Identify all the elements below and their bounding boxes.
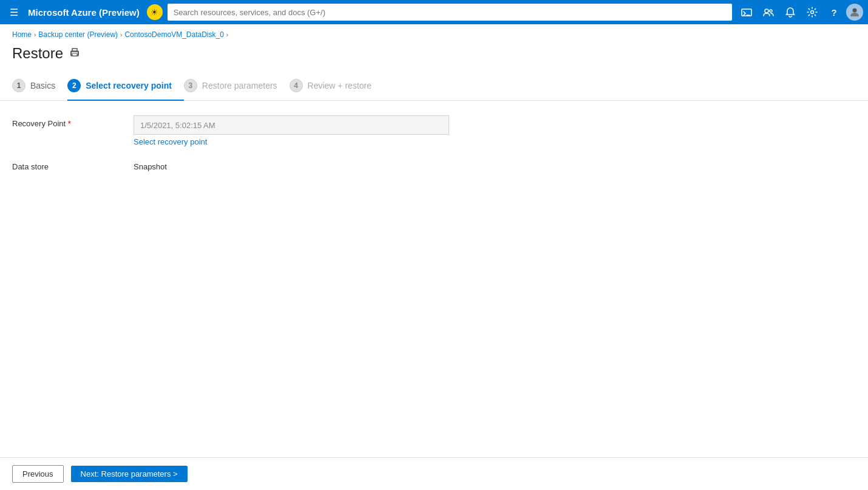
hamburger-menu[interactable]: ☰: [5, 4, 23, 21]
select-recovery-point-link[interactable]: Select recovery point: [134, 137, 449, 146]
recovery-point-input[interactable]: 1/5/2021, 5:02:15 AM: [134, 115, 449, 135]
settings-icon[interactable]: [802, 2, 822, 22]
tab-number-basics: 1: [12, 79, 25, 92]
recovery-point-label: Recovery Point *: [12, 115, 134, 128]
tab-review-restore[interactable]: 4 Review + restore: [290, 72, 384, 101]
recovery-point-value: 1/5/2021, 5:02:15 AM: [140, 121, 215, 130]
data-store-value: Snapshot: [134, 158, 449, 171]
data-store-row: Data store Snapshot: [12, 158, 856, 171]
breadcrumb-sep-2: ›: [120, 32, 122, 38]
svg-rect-7: [72, 53, 77, 56]
tab-label-review: Review + restore: [308, 81, 371, 90]
tab-number-review: 4: [290, 79, 303, 92]
tab-restore-parameters[interactable]: 3 Restore parameters: [184, 72, 290, 101]
breadcrumb-disk[interactable]: ContosoDemoVM_DataDisk_0: [124, 30, 223, 39]
topbar-action-icons: ?: [737, 2, 863, 22]
breadcrumb: Home › Backup center (Preview) › Contoso…: [0, 24, 868, 43]
tab-label-basics: Basics: [30, 81, 55, 90]
notifications-icon[interactable]: [781, 2, 800, 22]
data-store-label: Data store: [12, 158, 134, 171]
topbar: ☰ Microsoft Azure (Preview) ☀ ?: [0, 0, 868, 24]
tab-label-restore: Restore parameters: [202, 81, 277, 90]
directory-icon[interactable]: [759, 2, 778, 22]
breadcrumb-sep-1: ›: [34, 32, 36, 38]
sun-icon: ☀: [151, 7, 158, 17]
next-button[interactable]: Next: Restore parameters >: [71, 466, 188, 482]
svg-point-4: [811, 11, 814, 14]
tab-label-recovery: Select recovery point: [86, 81, 172, 90]
svg-point-3: [770, 10, 772, 12]
cloud-shell-icon[interactable]: [737, 2, 756, 22]
page-title: Restore: [12, 45, 63, 62]
print-icon[interactable]: [69, 47, 80, 60]
tab-number-restore: 3: [184, 79, 197, 92]
search-input[interactable]: [168, 4, 732, 21]
breadcrumb-sep-3: ›: [226, 32, 228, 38]
app-title: Microsoft Azure (Preview): [28, 7, 140, 18]
previous-button[interactable]: Previous: [12, 465, 64, 483]
page-title-row: Restore: [0, 43, 868, 72]
tab-number-recovery: 2: [67, 79, 81, 92]
user-avatar[interactable]: [846, 4, 863, 21]
recovery-point-row: Recovery Point * 1/5/2021, 5:02:15 AM Se…: [12, 115, 856, 146]
data-store-field: Snapshot: [134, 158, 449, 171]
recovery-point-field: 1/5/2021, 5:02:15 AM Select recovery poi…: [134, 115, 449, 146]
help-icon[interactable]: ?: [824, 2, 844, 22]
tab-basics[interactable]: 1 Basics: [12, 72, 67, 101]
form-area: Recovery Point * 1/5/2021, 5:02:15 AM Se…: [0, 101, 868, 457]
breadcrumb-home[interactable]: Home: [12, 30, 32, 39]
main-content: 1 Basics 2 Select recovery point 3 Resto…: [0, 72, 868, 457]
azure-badge[interactable]: ☀: [147, 4, 163, 20]
tab-select-recovery-point[interactable]: 2 Select recovery point: [67, 72, 184, 101]
breadcrumb-backup-center[interactable]: Backup center (Preview): [38, 30, 118, 39]
footer: Previous Next: Restore parameters >: [0, 457, 868, 490]
wizard-tabs: 1 Basics 2 Select recovery point 3 Resto…: [0, 72, 868, 101]
svg-point-2: [765, 9, 768, 13]
required-marker: *: [68, 119, 71, 128]
svg-point-5: [853, 9, 857, 13]
